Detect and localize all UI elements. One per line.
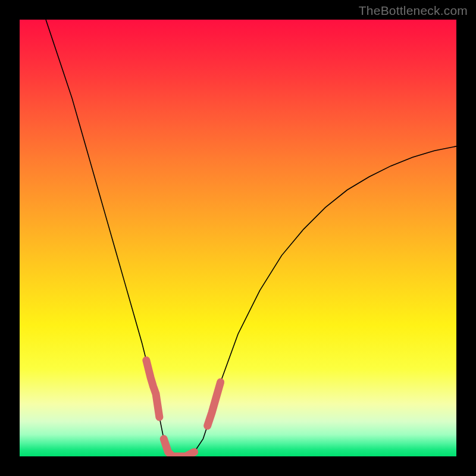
highlight-segment (164, 439, 194, 456)
plot-area (20, 20, 456, 456)
highlight-segment (208, 382, 221, 425)
highlight-segment (146, 361, 159, 417)
watermark-text: TheBottleneck.com (359, 4, 468, 18)
highlight-segments (146, 361, 221, 456)
bottleneck-curve (46, 20, 456, 456)
chart-frame: TheBottleneck.com (0, 0, 476, 476)
chart-overlay (20, 20, 456, 456)
